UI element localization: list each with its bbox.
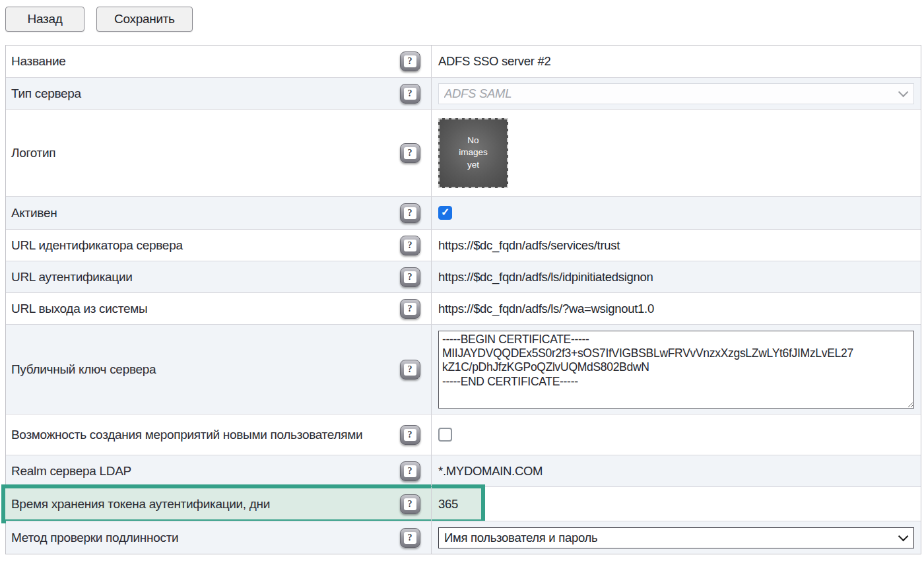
help-icon[interactable]: ? <box>400 236 420 255</box>
auth-url-value[interactable]: https://$dc_fqdn/adfs/ls/idpinitiatedsig… <box>438 270 653 284</box>
form-row-signout-url: URL выхода из системы ? https://$dc_fqdn… <box>6 292 921 324</box>
field-label: URL идентификатора сервера <box>6 232 389 259</box>
form-row-new-user-events: Возможность создания мероприятий новыми … <box>6 414 921 455</box>
help-icon[interactable]: ? <box>400 267 420 287</box>
help-icon[interactable]: ? <box>400 84 420 104</box>
public-key-textarea[interactable]: -----BEGIN CERTIFICATE----- MIIJAYDVQQDE… <box>438 331 914 409</box>
form-row-public-key: Публичный ключ сервера ? -----BEGIN CERT… <box>6 324 921 414</box>
field-label: URL выхода из системы <box>6 296 389 322</box>
auth-method-select[interactable]: Имя пользователя и пароль <box>438 527 914 548</box>
help-icon[interactable]: ? <box>400 51 420 71</box>
help-icon[interactable]: ? <box>400 425 420 445</box>
help-icon[interactable]: ? <box>400 360 420 380</box>
new-user-events-checkbox[interactable]: ✓ <box>438 428 452 442</box>
chevron-down-icon <box>898 531 909 542</box>
server-type-select: ADFS SAML <box>438 83 914 104</box>
form-row-auth-url: URL аутентификации ? https://$dc_fqdn/ad… <box>6 261 921 292</box>
token-lifetime-value[interactable]: 365 <box>438 497 458 512</box>
auth-method-selected-value: Имя пользователя и пароль <box>444 531 597 545</box>
form-row-name: Название ? ADFS SSO server #2 <box>6 46 921 77</box>
chevron-down-icon <box>898 87 909 98</box>
sso-server-settings-table: Название ? ADFS SSO server #2 Тип сервер… <box>5 45 921 554</box>
server-type-selected-value: ADFS SAML <box>444 86 512 101</box>
help-icon[interactable]: ? <box>400 528 420 548</box>
ldap-realm-value[interactable]: *.MYDOMAIN.COM <box>438 464 543 478</box>
field-label: Логотип <box>6 140 389 166</box>
field-label: Публичный ключ сервера <box>6 356 389 383</box>
help-icon[interactable]: ? <box>400 494 420 514</box>
help-icon[interactable]: ? <box>400 461 420 481</box>
field-label: Название <box>6 48 389 75</box>
field-label: Realm сервера LDAP <box>6 458 389 484</box>
field-label: Метод проверки подлинности <box>6 525 389 551</box>
identifier-url-value[interactable]: https://$dc_fqdn/adfs/services/trust <box>438 238 620 253</box>
form-row-logo: Логотип ? No images yet <box>6 109 921 196</box>
signout-url-value[interactable]: https://$dc_fqdn/adfs/ls/?wa=wsignout1.0 <box>438 302 654 316</box>
form-row-auth-method: Метод проверки подлинности ? Имя пользов… <box>6 521 921 554</box>
help-icon[interactable]: ? <box>400 143 420 163</box>
field-label: Тип сервера <box>6 81 389 107</box>
form-row-server-type: Тип сервера ? ADFS SAML <box>6 77 921 109</box>
field-label: URL аутентификации <box>6 264 389 290</box>
form-row-token-lifetime: Время хранения токена аутентификации, дн… <box>6 486 921 521</box>
name-value[interactable]: ADFS SSO server #2 <box>438 54 550 69</box>
field-label: Возможность создания мероприятий новыми … <box>6 422 389 448</box>
form-row-ldap-realm: Realm сервера LDAP ? *.MYDOMAIN.COM <box>6 455 921 486</box>
form-row-identifier-url: URL идентификатора сервера ? https://$dc… <box>6 229 921 261</box>
help-icon[interactable]: ? <box>400 299 420 319</box>
field-label: Активен <box>6 200 389 226</box>
back-button[interactable]: Назад <box>5 7 84 32</box>
toolbar: Назад Сохранить <box>5 7 919 32</box>
logo-upload-placeholder[interactable]: No images yet <box>438 118 508 188</box>
help-icon[interactable]: ? <box>400 203 420 223</box>
form-row-active: Активен ? ✓ <box>6 196 921 229</box>
check-icon: ✓ <box>441 207 449 218</box>
save-button[interactable]: Сохранить <box>96 7 193 32</box>
active-checkbox[interactable]: ✓ <box>438 206 452 220</box>
field-label: Время хранения токена аутентификации, дн… <box>6 491 389 517</box>
